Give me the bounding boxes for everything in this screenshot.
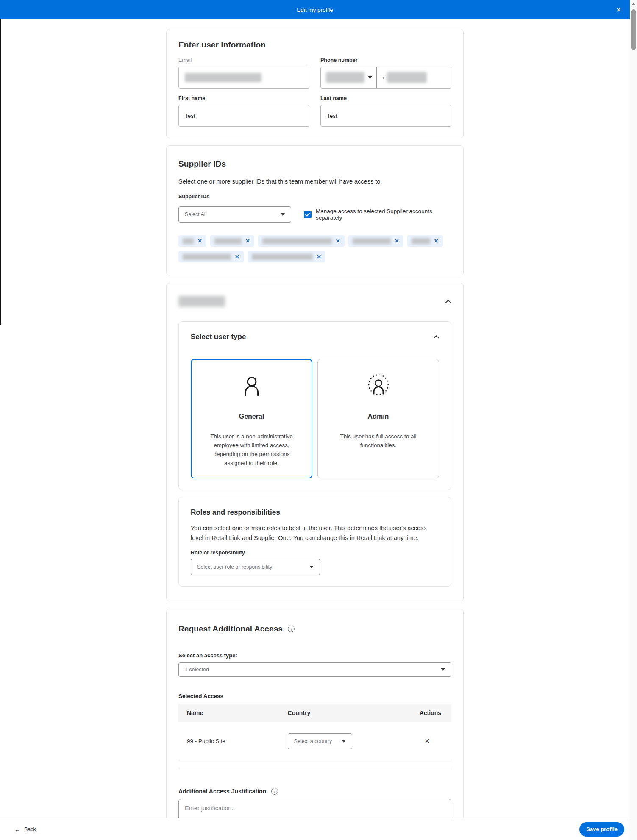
save-profile-button[interactable]: Save profile	[579, 822, 624, 837]
country-select-placeholder: Select a country	[294, 738, 332, 744]
edit-profile-modal: Edit my profile ✕ Enter user information…	[0, 0, 637, 840]
admin-person-icon	[328, 372, 428, 400]
select-user-type-card: Select user type	[178, 321, 451, 490]
column-header-name: Name	[178, 709, 288, 716]
access-type-select[interactable]: 1 selected	[178, 662, 451, 677]
table-row: 99 - Public Site Select a country ✕	[178, 722, 451, 760]
supplier-chip: ✕	[178, 235, 206, 247]
form-content: Enter user information Email Phone numbe…	[166, 29, 464, 840]
last-name-value: Test	[327, 113, 337, 119]
supplier-ids-title: Supplier IDs	[178, 157, 451, 169]
supplier-ids-label: Supplier IDs	[178, 194, 451, 200]
supplier-chip: ✕	[348, 235, 403, 247]
last-name-field-group: Last name Test	[320, 95, 451, 127]
first-name-value: Test	[185, 113, 195, 119]
user-type-option-general[interactable]: General This user is a non-administrativ…	[191, 359, 312, 478]
email-field[interactable]	[178, 67, 309, 89]
phone-field-group: Phone number +	[320, 57, 451, 89]
country-select[interactable]: Select a country	[288, 733, 352, 749]
scrollbar-up-arrow-icon[interactable]	[632, 3, 635, 5]
additional-access-title: Request Additional Access	[178, 624, 283, 634]
modal-header: Edit my profile ✕	[0, 0, 630, 19]
chip-remove-icon[interactable]: ✕	[235, 254, 239, 259]
user-type-section-card: Select user type	[166, 283, 464, 601]
remove-access-icon[interactable]: ✕	[425, 737, 441, 745]
chip-remove-icon[interactable]: ✕	[336, 238, 340, 244]
manage-access-checkbox-row: Manage access to selected Supplier accou…	[304, 208, 451, 221]
last-name-field[interactable]: Test	[320, 105, 451, 127]
supplier-chips: ✕✕✕✕✕✕✕	[178, 235, 451, 262]
info-icon[interactable]: i	[271, 788, 278, 795]
supplier-ids-description: Select one or more supplier IDs that thi…	[178, 177, 451, 186]
select-user-type-title: Select user type	[191, 333, 246, 341]
scrollbar-thumb[interactable]	[631, 9, 636, 50]
chip-remove-icon[interactable]: ✕	[317, 254, 321, 259]
user-type-description: This user is a non-administrative employ…	[201, 432, 302, 468]
chip-redacted-text	[183, 254, 231, 260]
role-select-placeholder: Select user role or responsibility	[197, 564, 272, 570]
supplier-chip: ✕	[407, 235, 443, 247]
email-redacted-value	[185, 73, 261, 82]
manage-access-checkbox[interactable]	[304, 211, 312, 218]
back-button[interactable]: ← Back	[14, 826, 36, 833]
chip-remove-icon[interactable]: ✕	[245, 238, 250, 244]
supplier-ids-card: Supplier IDs Select one or more supplier…	[166, 145, 464, 275]
column-header-actions: Actions	[403, 709, 451, 716]
column-header-country: Country	[288, 709, 403, 716]
first-name-field[interactable]: Test	[178, 105, 309, 127]
collapse-section-button[interactable]	[445, 300, 451, 303]
first-name-field-group: First name Test	[178, 95, 309, 127]
chip-redacted-text	[183, 238, 194, 244]
email-field-group: Email	[178, 57, 309, 89]
phone-field: +	[320, 67, 451, 89]
page-scrollbar[interactable]	[630, 0, 637, 840]
user-information-card: Enter user information Email Phone numbe…	[166, 29, 464, 138]
chevron-down-icon	[309, 566, 314, 568]
selected-access-table: Name Country Actions 99 - Public Site Se…	[178, 704, 451, 769]
phone-country-code-select[interactable]	[321, 67, 377, 88]
access-name: 99 - Public Site	[178, 738, 288, 744]
access-type-value: 1 selected	[185, 667, 209, 673]
roles-title: Roles and responsibilities	[191, 508, 439, 517]
modal-title: Edit my profile	[297, 7, 333, 13]
user-type-option-admin[interactable]: Admin This user has full access to all f…	[317, 359, 439, 478]
chip-remove-icon[interactable]: ✕	[434, 238, 439, 244]
justification-placeholder: Enter justification...	[185, 805, 237, 812]
justification-label: Additional Access Justification	[178, 788, 266, 795]
roles-card: Roles and responsibilities You can selec…	[178, 497, 451, 587]
chip-redacted-text	[252, 254, 313, 260]
supplier-ids-select[interactable]: Select All	[178, 206, 291, 223]
chevron-down-icon	[441, 668, 445, 671]
chip-remove-icon[interactable]: ✕	[395, 238, 399, 244]
chevron-up-icon	[434, 335, 439, 339]
chevron-down-icon	[368, 76, 372, 79]
selected-access-label: Selected Access	[178, 693, 451, 699]
first-name-label: First name	[178, 95, 309, 101]
close-icon[interactable]: ✕	[616, 0, 621, 19]
supplier-chip: ✕	[210, 235, 254, 247]
last-name-label: Last name	[320, 95, 451, 101]
chevron-up-icon	[445, 300, 451, 303]
access-type-label: Select an access type:	[178, 652, 451, 659]
role-label: Role or responsibility	[191, 550, 439, 556]
person-icon	[201, 372, 302, 400]
chip-remove-icon[interactable]: ✕	[197, 238, 202, 244]
role-select[interactable]: Select user role or responsibility	[191, 559, 320, 575]
email-label: Email	[178, 57, 309, 63]
back-arrow-icon: ←	[14, 826, 20, 833]
user-information-title: Enter user information	[178, 40, 451, 50]
collapse-user-type-button[interactable]	[434, 335, 439, 339]
chevron-down-icon	[342, 740, 346, 743]
info-icon[interactable]: i	[288, 626, 295, 632]
table-header-row: Name Country Actions	[178, 704, 451, 722]
user-type-description: This user has full access to all functio…	[328, 432, 428, 450]
phone-prefix: +	[382, 75, 385, 81]
manage-access-checkbox-label: Manage access to selected Supplier accou…	[316, 208, 451, 221]
phone-number-input[interactable]: +	[377, 67, 451, 88]
chip-redacted-text	[353, 238, 391, 244]
roles-description: You can select one or more roles to best…	[191, 523, 439, 543]
additional-access-card: Request Additional Access i Select an ac…	[166, 609, 464, 840]
modal-footer: ← Back Save profile	[0, 818, 630, 840]
supplier-chip: ✕	[178, 251, 244, 262]
phone-label: Phone number	[320, 57, 451, 63]
